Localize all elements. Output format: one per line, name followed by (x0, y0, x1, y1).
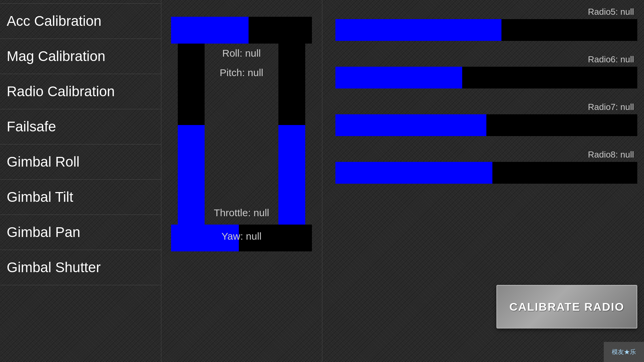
radio7-bar (335, 114, 637, 136)
sidebar-item-failsafe[interactable]: Failsafe (0, 109, 161, 144)
radio-panel: Radio5: null Radio6: null Radio7: null R… (322, 0, 644, 275)
radio5-channel: Radio5: null (335, 7, 637, 41)
roll-bar (171, 17, 312, 44)
sidebar: Acc Calibration Mag Calibration Radio Ca… (0, 0, 161, 362)
radio6-channel: Radio6: null (335, 54, 637, 88)
watermark: 模友★乐 (604, 342, 644, 362)
roll-bar-fill (171, 17, 249, 44)
radio7-fill (335, 114, 486, 136)
throttle-label: Throttle: null (214, 207, 269, 219)
roll-label: Roll: null (222, 48, 261, 59)
radio5-bar (335, 19, 637, 41)
sidebar-item-acc-calibration[interactable]: Acc Calibration (0, 3, 161, 39)
radio7-channel: Radio7: null (335, 102, 637, 136)
radio5-label: Radio5: null (335, 7, 637, 17)
pitch-bar (178, 44, 205, 225)
calibrate-radio-label: CALIBRATE RADIO (509, 300, 625, 313)
radio7-label: Radio7: null (335, 102, 637, 112)
radio5-fill (335, 19, 501, 41)
radio6-label: Radio6: null (335, 54, 637, 65)
yaw-label: Yaw: null (221, 231, 262, 242)
throttle-bar (278, 44, 305, 225)
radio8-fill (335, 162, 492, 184)
sidebar-item-gimbal-tilt[interactable]: Gimbal Tilt (0, 180, 161, 215)
pitch-label: Pitch: null (220, 67, 263, 78)
sidebar-item-radio-calibration[interactable]: Radio Calibration (0, 74, 161, 109)
sidebar-item-gimbal-roll[interactable]: Gimbal Roll (0, 144, 161, 180)
radio6-bar (335, 67, 637, 88)
radio8-label: Radio8: null (335, 149, 637, 160)
radio8-channel: Radio8: null (335, 149, 637, 184)
radio6-fill (335, 67, 462, 88)
sidebar-item-gimbal-pan[interactable]: Gimbal Pan (0, 215, 161, 250)
throttle-bar-fill (278, 125, 305, 225)
sidebar-item-mag-calibration[interactable]: Mag Calibration (0, 39, 161, 74)
sidebar-item-gimbal-shutter[interactable]: Gimbal Shutter (0, 250, 161, 285)
joystick-area: Roll: null Pitch: null Throttle: null Ya… (161, 0, 322, 268)
joystick-cross: Roll: null Pitch: null Throttle: null Ya… (171, 13, 312, 255)
pitch-bar-fill (178, 125, 205, 225)
calibrate-radio-button[interactable]: CALIBRATE RADIO (496, 285, 637, 328)
radio8-bar (335, 162, 637, 184)
